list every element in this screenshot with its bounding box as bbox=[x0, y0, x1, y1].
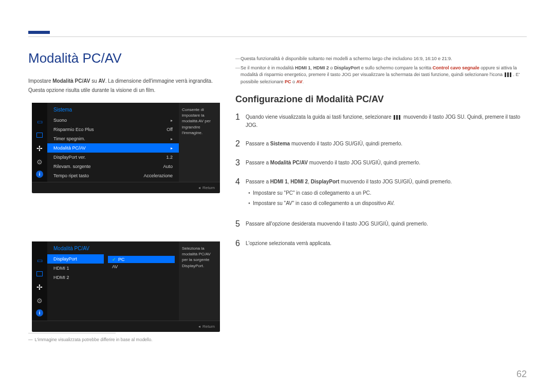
header-divider bbox=[28, 36, 527, 37]
osd-screenshot-2: ▭ ✢ ⚙ i Modalità PC/AV DisplayPortHDMI 1… bbox=[32, 241, 220, 332]
step: 3Passare a Modalità PC/AV muovendo il ta… bbox=[235, 158, 527, 167]
step-number: 5 bbox=[235, 219, 246, 229]
monitor-icon: ▭ bbox=[35, 256, 44, 265]
osd-menu-title: Modalità PC/AV bbox=[47, 241, 104, 254]
osd-menu-row: Tempo ripet tastoAccelerazione bbox=[47, 171, 179, 180]
info-icon: i bbox=[36, 171, 43, 178]
osd-screenshot-1: ▭ ✢ ⚙ i Sistema Suono ▸Risparmio Eco Plu… bbox=[32, 103, 220, 193]
osd-menu-title: Sistema bbox=[47, 103, 179, 116]
steps-list: 1Quando viene visualizzata la guida ai t… bbox=[235, 112, 527, 257]
page-number: 62 bbox=[516, 369, 527, 380]
page-title: Modalità PC/AV bbox=[28, 50, 122, 66]
step-text: Passare a Modalità PC/AV muovendo il tas… bbox=[246, 158, 527, 167]
osd-submenu-row: HDMI 2 bbox=[47, 273, 104, 282]
note-1: ― Questa funzionalità è disponibile solt… bbox=[235, 55, 527, 63]
intro-line-1: Impostare Modalità PC/AV su AV. La dimen… bbox=[28, 77, 224, 85]
step: 2Passare a Sistema muovendo il tasto JOG… bbox=[235, 139, 527, 148]
osd-menu-row: DisplayPort ver.1.2 bbox=[47, 153, 179, 162]
step-text: L'opzione selezionata verrà applicata. bbox=[246, 238, 527, 248]
menu-icon bbox=[394, 115, 401, 120]
step: 1Quando viene visualizzata la guida ai t… bbox=[235, 112, 527, 129]
osd-menu-row: Suono ▸ bbox=[47, 116, 179, 125]
step: 4Passare a HDMI 1, HDMI 2, DisplayPort m… bbox=[235, 177, 527, 210]
osd-footer: ◂Return bbox=[32, 321, 220, 332]
note-2: ― Se il monitor è in modalità HDMI 1, HD… bbox=[235, 65, 527, 86]
osd-sidebar-icons: ▭ ✢ ⚙ i bbox=[32, 241, 47, 321]
osd-menu-row: Risparmio Eco PlusOff bbox=[47, 125, 179, 134]
step: 5Passare all'opzione desiderata muovendo… bbox=[235, 219, 527, 229]
step-number: 4 bbox=[235, 177, 246, 210]
section-title: Configurazione di Modalità PC/AV bbox=[235, 94, 384, 105]
step-bullet: •Impostare su "AV" in caso di collegamen… bbox=[246, 199, 527, 208]
box-icon bbox=[35, 130, 44, 140]
step-number: 1 bbox=[235, 112, 246, 129]
osd-help-text: Consente di impostare la modalità AV per… bbox=[179, 103, 220, 182]
footnote: ―L'immagine visualizzata potrebbe differ… bbox=[28, 337, 153, 342]
osd-footer: ◂Return bbox=[32, 182, 220, 193]
crosshair-icon: ✢ bbox=[35, 144, 44, 153]
osd-menu-row: Timer spegnim. ▸ bbox=[47, 134, 179, 143]
step-text: Passare all'opzione desiderata muovendo … bbox=[246, 219, 527, 229]
gear-icon: ⚙ bbox=[35, 157, 44, 166]
crosshair-icon: ✢ bbox=[35, 283, 44, 292]
intro-line-2: Questa opzione risulta utile durante la … bbox=[28, 86, 224, 95]
monitor-icon: ▭ bbox=[35, 117, 44, 126]
step-text: Passare a Sistema muovendo il tasto JOG … bbox=[246, 139, 527, 148]
osd-sidebar-icons: ▭ ✢ ⚙ i bbox=[32, 103, 47, 182]
info-icon: i bbox=[36, 309, 43, 316]
header-accent bbox=[28, 31, 50, 34]
box-icon bbox=[35, 269, 44, 278]
step: 6L'opzione selezionata verrà applicata. bbox=[235, 238, 527, 248]
step-bullet: •Impostare su "PC" in caso di collegamen… bbox=[246, 189, 527, 197]
step-number: 3 bbox=[235, 158, 246, 167]
osd-submenu-row: DisplayPort bbox=[47, 254, 104, 264]
footnote-divider bbox=[28, 333, 116, 333]
osd-submenu-row: HDMI 1 bbox=[47, 264, 104, 273]
step-number: 2 bbox=[235, 139, 246, 148]
gear-icon: ⚙ bbox=[35, 296, 44, 305]
osd-option-row: AV bbox=[108, 263, 175, 270]
menu-icon bbox=[505, 72, 512, 77]
osd-menu-row: Modalità PC/AV ▸ bbox=[47, 143, 179, 153]
osd-menu-row: Rilevam. sorgenteAuto bbox=[47, 162, 179, 171]
osd-option-row: ✓PC bbox=[108, 256, 175, 263]
step-text: Passare a HDMI 1, HDMI 2, DisplayPort mu… bbox=[246, 177, 527, 210]
osd-help-text: Seleziona la modalità PC/AV per la sorge… bbox=[179, 241, 220, 321]
right-notes: ― Questa funzionalità è disponibile solt… bbox=[235, 55, 527, 87]
step-number: 6 bbox=[235, 238, 246, 248]
step-text: Quando viene visualizzata la guida ai ta… bbox=[246, 112, 527, 129]
